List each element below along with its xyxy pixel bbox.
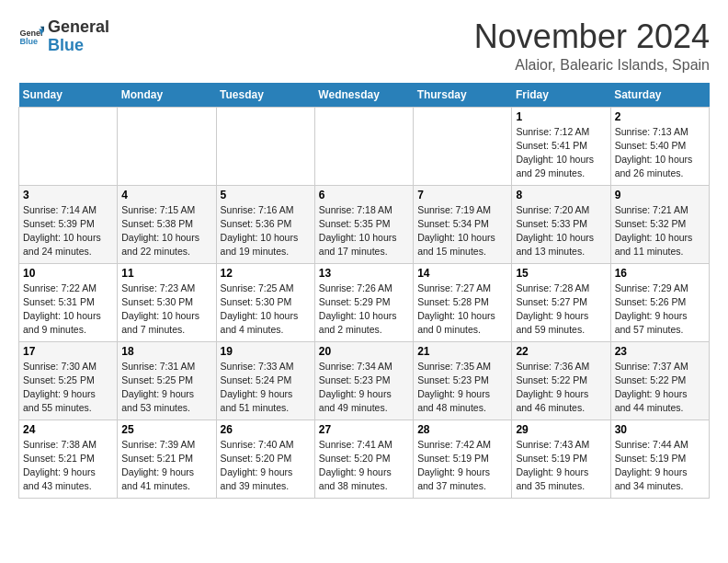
logo-blue: Blue xyxy=(48,37,109,55)
day-info: Sunrise: 7:12 AMSunset: 5:41 PMDaylight:… xyxy=(516,125,606,181)
day-number: 30 xyxy=(615,423,705,436)
day-number: 14 xyxy=(417,267,507,280)
day-info: Sunrise: 7:26 AMSunset: 5:29 PMDaylight:… xyxy=(319,282,409,338)
day-number: 11 xyxy=(121,267,211,280)
calendar-cell: 26Sunrise: 7:40 AMSunset: 5:20 PMDayligh… xyxy=(216,419,314,498)
day-number: 1 xyxy=(516,110,606,123)
title-area: November 2024 Alaior, Balearic Islands, … xyxy=(474,18,710,74)
day-info: Sunrise: 7:30 AMSunset: 5:25 PMDaylight:… xyxy=(23,360,113,416)
calendar-cell: 19Sunrise: 7:33 AMSunset: 5:24 PMDayligh… xyxy=(216,341,314,419)
day-info: Sunrise: 7:18 AMSunset: 5:35 PMDaylight:… xyxy=(319,203,409,259)
day-info: Sunrise: 7:38 AMSunset: 5:21 PMDaylight:… xyxy=(23,438,113,494)
day-number: 25 xyxy=(121,423,211,436)
logo-general: General xyxy=(48,18,109,37)
calendar-table: SundayMondayTuesdayWednesdayThursdayFrid… xyxy=(18,83,710,499)
day-info: Sunrise: 7:16 AMSunset: 5:36 PMDaylight:… xyxy=(221,203,311,259)
day-number: 26 xyxy=(221,423,311,436)
day-number: 16 xyxy=(615,267,705,280)
day-info: Sunrise: 7:41 AMSunset: 5:20 PMDaylight:… xyxy=(319,438,409,494)
day-number: 6 xyxy=(319,189,409,201)
day-number: 12 xyxy=(221,267,311,280)
calendar-cell: 7Sunrise: 7:19 AMSunset: 5:34 PMDaylight… xyxy=(414,185,512,263)
day-number: 10 xyxy=(23,267,113,280)
calendar-cell xyxy=(414,107,512,185)
day-number: 23 xyxy=(615,345,705,358)
calendar-cell: 13Sunrise: 7:26 AMSunset: 5:29 PMDayligh… xyxy=(314,263,413,341)
calendar-cell xyxy=(118,107,216,185)
day-number: 27 xyxy=(319,423,409,436)
calendar-cell: 29Sunrise: 7:43 AMSunset: 5:19 PMDayligh… xyxy=(512,419,610,498)
calendar-cell: 11Sunrise: 7:23 AMSunset: 5:30 PMDayligh… xyxy=(118,263,216,341)
calendar-cell xyxy=(314,107,413,185)
day-number: 21 xyxy=(417,345,507,358)
logo: General Blue General Blue xyxy=(18,18,109,55)
calendar-cell: 28Sunrise: 7:42 AMSunset: 5:19 PMDayligh… xyxy=(414,419,512,498)
calendar-cell: 17Sunrise: 7:30 AMSunset: 5:25 PMDayligh… xyxy=(19,341,118,419)
day-info: Sunrise: 7:28 AMSunset: 5:27 PMDaylight:… xyxy=(516,282,606,338)
day-info: Sunrise: 7:25 AMSunset: 5:30 PMDaylight:… xyxy=(221,282,311,338)
calendar-cell: 6Sunrise: 7:18 AMSunset: 5:35 PMDaylight… xyxy=(314,185,413,263)
calendar-cell xyxy=(19,107,118,185)
calendar-cell: 12Sunrise: 7:25 AMSunset: 5:30 PMDayligh… xyxy=(216,263,314,341)
weekday-header-sunday: Sunday xyxy=(19,83,118,108)
week-row-1: 1Sunrise: 7:12 AMSunset: 5:41 PMDaylight… xyxy=(19,107,710,185)
calendar-cell: 25Sunrise: 7:39 AMSunset: 5:21 PMDayligh… xyxy=(118,419,216,498)
day-number: 19 xyxy=(221,345,311,358)
calendar-cell: 9Sunrise: 7:21 AMSunset: 5:32 PMDaylight… xyxy=(610,185,709,263)
weekday-header-thursday: Thursday xyxy=(414,83,512,108)
calendar-cell: 15Sunrise: 7:28 AMSunset: 5:27 PMDayligh… xyxy=(512,263,610,341)
day-number: 3 xyxy=(23,189,113,201)
day-number: 5 xyxy=(221,189,311,201)
calendar-cell: 8Sunrise: 7:20 AMSunset: 5:33 PMDaylight… xyxy=(512,185,610,263)
week-row-4: 17Sunrise: 7:30 AMSunset: 5:25 PMDayligh… xyxy=(19,341,710,419)
weekday-header-tuesday: Tuesday xyxy=(216,83,314,108)
calendar-cell: 5Sunrise: 7:16 AMSunset: 5:36 PMDaylight… xyxy=(216,185,314,263)
calendar-cell: 14Sunrise: 7:27 AMSunset: 5:28 PMDayligh… xyxy=(414,263,512,341)
day-info: Sunrise: 7:40 AMSunset: 5:20 PMDaylight:… xyxy=(221,438,311,494)
weekday-header-monday: Monday xyxy=(118,83,216,108)
week-row-5: 24Sunrise: 7:38 AMSunset: 5:21 PMDayligh… xyxy=(19,419,710,498)
day-number: 17 xyxy=(23,345,113,358)
week-row-2: 3Sunrise: 7:14 AMSunset: 5:39 PMDaylight… xyxy=(19,185,710,263)
calendar-cell: 20Sunrise: 7:34 AMSunset: 5:23 PMDayligh… xyxy=(314,341,413,419)
location-title: Alaior, Balearic Islands, Spain xyxy=(474,57,710,74)
day-number: 22 xyxy=(516,345,606,358)
day-info: Sunrise: 7:34 AMSunset: 5:23 PMDaylight:… xyxy=(319,360,409,416)
day-number: 24 xyxy=(23,423,113,436)
day-number: 7 xyxy=(417,189,507,201)
month-title: November 2024 xyxy=(474,18,710,55)
weekday-header-row: SundayMondayTuesdayWednesdayThursdayFrid… xyxy=(19,83,710,108)
calendar-cell: 3Sunrise: 7:14 AMSunset: 5:39 PMDaylight… xyxy=(19,185,118,263)
day-info: Sunrise: 7:39 AMSunset: 5:21 PMDaylight:… xyxy=(121,438,211,494)
day-info: Sunrise: 7:35 AMSunset: 5:23 PMDaylight:… xyxy=(417,360,507,416)
day-info: Sunrise: 7:36 AMSunset: 5:22 PMDaylight:… xyxy=(516,360,606,416)
calendar-cell xyxy=(216,107,314,185)
day-info: Sunrise: 7:43 AMSunset: 5:19 PMDaylight:… xyxy=(516,438,606,494)
day-number: 2 xyxy=(615,110,705,123)
calendar-cell: 27Sunrise: 7:41 AMSunset: 5:20 PMDayligh… xyxy=(314,419,413,498)
day-info: Sunrise: 7:13 AMSunset: 5:40 PMDaylight:… xyxy=(615,125,705,181)
day-number: 4 xyxy=(121,189,211,201)
calendar-cell: 4Sunrise: 7:15 AMSunset: 5:38 PMDaylight… xyxy=(118,185,216,263)
day-number: 18 xyxy=(121,345,211,358)
day-number: 28 xyxy=(417,423,507,436)
calendar-cell: 22Sunrise: 7:36 AMSunset: 5:22 PMDayligh… xyxy=(512,341,610,419)
day-info: Sunrise: 7:27 AMSunset: 5:28 PMDaylight:… xyxy=(417,282,507,338)
day-info: Sunrise: 7:44 AMSunset: 5:19 PMDaylight:… xyxy=(615,438,705,494)
day-info: Sunrise: 7:19 AMSunset: 5:34 PMDaylight:… xyxy=(417,203,507,259)
day-info: Sunrise: 7:33 AMSunset: 5:24 PMDaylight:… xyxy=(221,360,311,416)
weekday-header-wednesday: Wednesday xyxy=(314,83,413,108)
calendar-cell: 23Sunrise: 7:37 AMSunset: 5:22 PMDayligh… xyxy=(610,341,709,419)
header: General Blue General Blue November 2024 … xyxy=(18,18,710,74)
day-number: 13 xyxy=(319,267,409,280)
calendar-cell: 1Sunrise: 7:12 AMSunset: 5:41 PMDaylight… xyxy=(512,107,610,185)
day-info: Sunrise: 7:29 AMSunset: 5:26 PMDaylight:… xyxy=(615,282,705,338)
calendar-cell: 30Sunrise: 7:44 AMSunset: 5:19 PMDayligh… xyxy=(610,419,709,498)
day-info: Sunrise: 7:15 AMSunset: 5:38 PMDaylight:… xyxy=(121,203,211,259)
day-info: Sunrise: 7:22 AMSunset: 5:31 PMDaylight:… xyxy=(23,282,113,338)
calendar-cell: 24Sunrise: 7:38 AMSunset: 5:21 PMDayligh… xyxy=(19,419,118,498)
day-info: Sunrise: 7:20 AMSunset: 5:33 PMDaylight:… xyxy=(516,203,606,259)
calendar-cell: 2Sunrise: 7:13 AMSunset: 5:40 PMDaylight… xyxy=(610,107,709,185)
day-number: 20 xyxy=(319,345,409,358)
calendar-cell: 10Sunrise: 7:22 AMSunset: 5:31 PMDayligh… xyxy=(19,263,118,341)
